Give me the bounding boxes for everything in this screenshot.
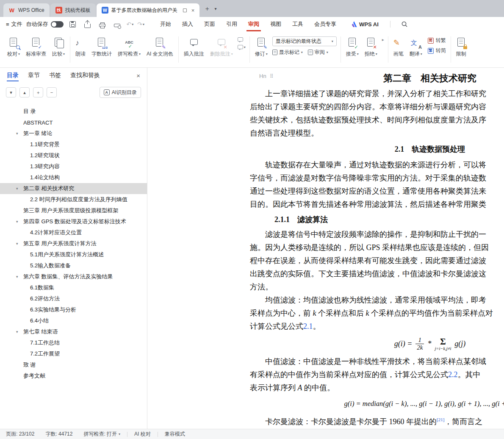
review-pane-button[interactable]: 审阅 ▾ (308, 49, 328, 56)
restrict-edit-button[interactable]: 限制 (453, 36, 469, 58)
document-page[interactable]: 第二章 相关技术研究 上一章详细描述了课题的研究背景，并深入分析了相关工作和研究… (250, 68, 504, 429)
collapse-triangle-icon[interactable]: ▾ (16, 220, 23, 224)
toc-item[interactable]: ▾ 6.2评估方法 (0, 293, 147, 304)
toc-item[interactable]: ▾ 4.2计算对应语义位置 (0, 227, 147, 238)
sidebar-tab[interactable]: 章节 (28, 68, 40, 83)
toc-item[interactable]: ▾ 第一章 绪论 (0, 128, 147, 139)
tab-wps-office[interactable]: W WPS Office (3, 3, 50, 17)
proofread-button[interactable]: 校对▾ (4, 36, 23, 58)
toc-item[interactable]: ▾ 2.2 时间序列相似度度量方法及序列熵值 (0, 194, 147, 205)
markup-state-select[interactable]: 显示标记的最终状态 ▾ (272, 36, 337, 46)
menu-tab[interactable]: 引用 (226, 17, 237, 31)
undo-dropdown-icon[interactable]: ▾ (132, 22, 133, 26)
toc-item[interactable]: ▾ 5.2输入数据准备 (0, 260, 147, 271)
collapse-triangle-icon[interactable]: ▾ (16, 330, 23, 334)
menu-tab[interactable]: 插入 (182, 17, 193, 31)
menu-tab[interactable]: 审阅 (248, 17, 259, 31)
sidebar-tab[interactable]: 书签 (49, 68, 61, 83)
ai-proofread-button[interactable]: AI 校对 (134, 431, 151, 438)
collapse-all-button[interactable]: ▴ (19, 87, 30, 97)
collapse-triangle-icon[interactable]: ▾ (16, 131, 23, 136)
redo-icon[interactable]: ↷ (137, 21, 142, 28)
toc-item[interactable]: ▾ 5.1用户关系强度计算方法概述 (0, 249, 147, 260)
file-menu-button[interactable]: ≡ 文件 (6, 20, 22, 28)
ai-polish-button[interactable]: ✎ AI 全文润色 (144, 36, 176, 58)
new-tab-button[interactable]: ＋ (204, 5, 210, 13)
ai-recognize-toc-button[interactable]: A AI识别目录 (100, 87, 141, 98)
toc-item[interactable]: ▾ 参考文献 (0, 370, 147, 381)
insert-comment-button[interactable]: 插入批注 (181, 36, 207, 58)
delete-comment-button[interactable]: ✕ 删除批注▾ (207, 36, 236, 58)
show-markup-button[interactable]: 显示标记 ▾ (272, 49, 303, 56)
collapse-triangle-icon[interactable]: ▾ (16, 242, 23, 246)
collapse-triangle-icon[interactable]: ▾ (16, 186, 23, 191)
toc-item[interactable]: ▾ 6.3实验结果与分析 (0, 304, 147, 315)
compare-button[interactable]: 比较▾ (49, 36, 68, 58)
ink-pen-button[interactable]: ✎ 画笔 (390, 36, 407, 58)
next-revision-button[interactable]: ▸ (382, 37, 384, 42)
toc-item[interactable]: ▾ 第三章 用户关系强度层级投票模型框架 (0, 205, 147, 216)
read-aloud-button[interactable]: ♪ 朗读 (72, 36, 89, 58)
collapse-triangle-icon[interactable]: ▾ (16, 275, 23, 279)
undo-icon[interactable]: ↶ (127, 21, 132, 28)
reject-change-button[interactable]: ✕ 拒绝▾ (362, 36, 380, 58)
previous-comment-button[interactable] (238, 37, 246, 42)
toc-item[interactable]: ▾ 第二章 相关技术研究 (0, 183, 147, 194)
sidebar-tab[interactable]: 目录 (7, 68, 19, 83)
toc-item[interactable]: ▾ 第七章 结束语 (0, 326, 147, 337)
save-button[interactable] (67, 19, 78, 29)
export-button[interactable] (82, 19, 93, 29)
next-comment-button[interactable]: ▾ (238, 45, 246, 49)
menu-tab[interactable]: 会员专享 (314, 17, 336, 31)
redo-dropdown-icon[interactable]: ▾ (143, 22, 144, 26)
menu-tab[interactable]: 页面 (204, 17, 215, 31)
autosave-toggle[interactable] (51, 21, 64, 28)
toc-item[interactable]: ▾ 目 录 (0, 106, 147, 117)
wps-ai-button[interactable]: WPS AI (351, 21, 379, 28)
spell-check-button[interactable]: ABC✓ 拼写检查▾ (115, 36, 144, 58)
toc-item[interactable]: ▾ 1.3研究内容 (0, 161, 147, 172)
translate-button[interactable]: 文A 翻译▾ (407, 36, 425, 58)
accept-change-button[interactable]: ✓ 接受▾ (343, 36, 362, 58)
restore-window-icon[interactable] (183, 8, 187, 12)
toc-item[interactable]: ▾ 6.1数据集 (0, 282, 147, 293)
toc-item[interactable]: ▾ 第五章 用户关系强度计算方法 (0, 238, 147, 249)
print-button[interactable] (97, 19, 108, 29)
standard-review-button[interactable]: ✓ 标准审查 (23, 36, 49, 58)
expand-all-button[interactable]: ▾ (6, 87, 16, 97)
toc-item[interactable]: ▾ 1.2研究现状 (0, 150, 147, 161)
print-preview-button[interactable] (112, 19, 123, 29)
toc-item[interactable]: ▾ ABSTRACT (0, 117, 147, 128)
sidebar-tab[interactable]: 查找和替换 (70, 68, 100, 83)
to-simplified-button[interactable]: 繁 转简 (428, 47, 446, 54)
spell-check-status[interactable]: 拼写检查: 打开 ▾ (83, 431, 120, 438)
expand-level-button[interactable]: ＋ (33, 87, 43, 97)
menu-tab[interactable]: 视图 (270, 17, 281, 31)
track-changes-button[interactable]: ✎ 修订▾ (252, 36, 271, 58)
menu-tab[interactable]: 工具 (292, 17, 303, 31)
document-canvas[interactable]: Hn ⠿ 第二章 相关技术研究 上一章详细描述了课题的研究背景，并深入分析了相关… (147, 68, 504, 429)
search-button[interactable] (401, 21, 408, 28)
close-tab-icon[interactable]: × (191, 7, 195, 14)
doc-text-line: 轨迹数据存在大量噪声，通过对轨迹数据的来源进行分析，可以将 (250, 158, 504, 172)
word-count-indicator[interactable]: 字数: 44712 (45, 431, 72, 438)
collapse-level-button[interactable]: − (47, 87, 57, 97)
toc-item[interactable]: ▾ 第六章 数据集、评估方法及实验结果 (0, 271, 147, 282)
menu-tab[interactable]: 开始 (160, 17, 171, 31)
compat-mode-badge[interactable]: 兼容模式 (165, 431, 185, 438)
tab-current-document[interactable]: W 基于多层次数据融合的用户关 × (97, 3, 200, 17)
toc-item[interactable]: ▾ 第四章 GPS 数据处理及语义标签标注技术 (0, 216, 147, 227)
tab-list-chevron-icon[interactable]: ▾ (214, 6, 216, 11)
toc-item[interactable]: ▾ 1.1研究背景 (0, 139, 147, 150)
page-indicator[interactable]: 页面: 23/102 (6, 431, 34, 438)
to-traditional-button[interactable]: 简 转繁 (428, 37, 446, 44)
toc-item[interactable]: ▾ 7.1工作总结 (0, 337, 147, 348)
tab-template-doc[interactable]: 找 找稿壳模板 (50, 3, 96, 17)
toc-item[interactable]: ▾ 6.4小结 (0, 315, 147, 326)
close-sidebar-icon[interactable]: × (136, 72, 140, 79)
doc-text-line: 滤波是一个最优化自回归数据处理算法。下文将简要描述卡尔曼滤波器 (250, 426, 504, 429)
toc-item[interactable]: ▾ 1.4论文结构 (0, 172, 147, 183)
word-count-button[interactable]: 123 字数统计 (89, 36, 115, 58)
toc-item[interactable]: ▾ 致 谢 (0, 359, 147, 370)
toc-item[interactable]: ▾ 7.2工作展望 (0, 348, 147, 359)
